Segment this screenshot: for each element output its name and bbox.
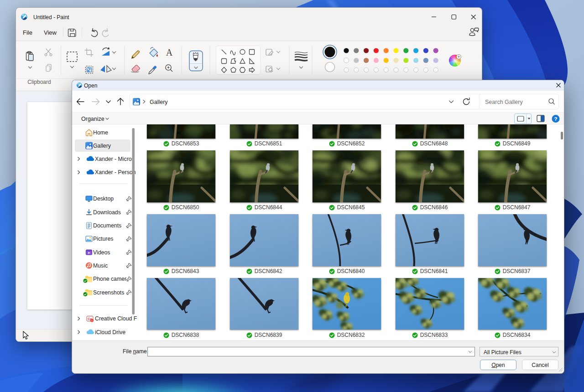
svg-text:Organize: Organize [81,116,104,122]
svg-text:Desktop: Desktop [93,196,114,202]
svg-text:Gallery: Gallery [150,99,168,105]
svg-text:Home: Home [93,129,108,136]
svg-text:A: A [166,47,173,57]
svg-text:Untitled - Paint: Untitled - Paint [33,14,69,21]
svg-text:?: ? [554,116,557,122]
svg-text:Search Gallery: Search Gallery [485,99,523,105]
svg-text:Clipboard: Clipboard [27,79,51,85]
svg-text:Gallery: Gallery [93,143,111,149]
svg-text:Videos: Videos [93,249,110,256]
svg-text:Phone camer: Phone camer [93,276,126,282]
svg-text:Music: Music [93,263,108,269]
svg-text:File: File [23,29,32,36]
svg-text:Creative Cloud F: Creative Cloud F [95,315,137,322]
svg-text:Documents: Documents [93,222,121,229]
svg-text:Downloads: Downloads [93,209,121,216]
svg-text:Pictures: Pictures [93,236,113,242]
svg-text:Xander - Person: Xander - Person [95,169,136,175]
svg-text:x: x [91,319,93,322]
svg-text:View: View [44,29,57,36]
svg-text:Xander - Micros: Xander - Micros [95,156,135,162]
svg-text:Screenshots: Screenshots [93,289,124,296]
svg-text:iCloud Drive: iCloud Drive [95,329,125,335]
